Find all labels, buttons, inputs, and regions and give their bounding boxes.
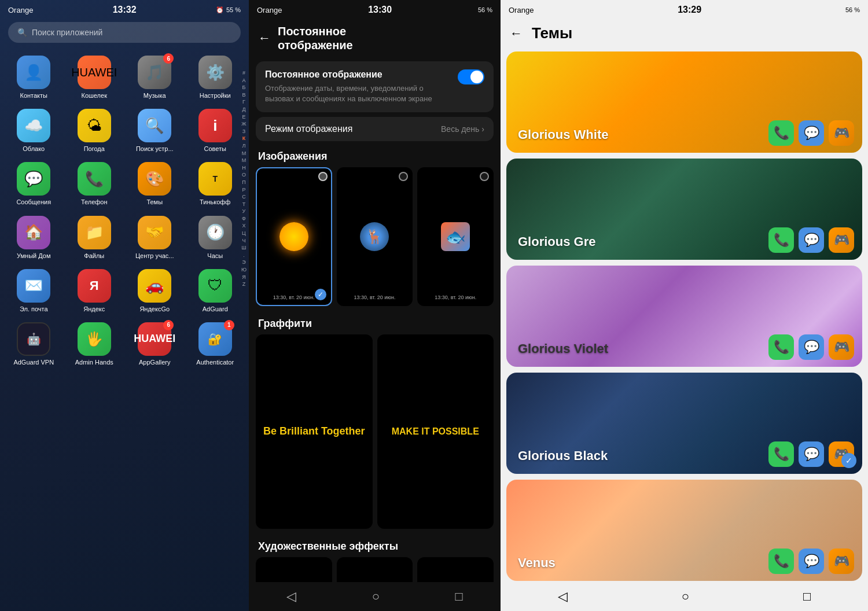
theme-card-glorious-black[interactable]: Glorious Black 📞 💬 🎮 ✓ (506, 373, 862, 474)
app-appgallery[interactable]: HUAWEI 6 AppGallery (127, 320, 183, 369)
app-icon-themes: 🎨 (138, 162, 171, 196)
alpha-hash[interactable]: # (240, 69, 248, 77)
app-search-device[interactable]: 🔍 Поиск устр... (127, 106, 183, 155)
app-tips[interactable]: i Советы (187, 106, 244, 155)
badge-music: 6 (163, 53, 174, 64)
alpha-t-cyr[interactable]: Т (240, 201, 248, 208)
alpha-e-cyr[interactable]: Е (240, 113, 248, 121)
alpha-dot[interactable]: . (240, 252, 248, 259)
image-thumb-sun[interactable]: 13:30, вт. 20 июн. ✓ (256, 167, 332, 306)
graffiti-thumb-1[interactable]: Be Brilliant Together (256, 334, 373, 529)
alpha-r-cyr[interactable]: Р (240, 186, 248, 194)
app-wallet[interactable]: HUAWEI Кошелек (67, 53, 123, 102)
alpha-yu-cyr[interactable]: Ю (240, 266, 248, 274)
image-thumb-deer[interactable]: 🦌 13:30, вт. 20 июн. (337, 167, 413, 306)
alpha-b-cyr[interactable]: Б (240, 84, 248, 91)
theme-icons-white: 📞 💬 🎮 (768, 120, 854, 146)
app-label-adguard: AdGuard (203, 306, 228, 313)
theme-msg-icon-black: 💬 (799, 441, 824, 467)
app-icon-center: 🤝 (138, 216, 171, 249)
theme-card-glorious-violet[interactable]: Glorious Violet 📞 💬 🎮 (506, 266, 862, 367)
app-adguardvpn[interactable]: 🤖 AdGuard VPN (6, 320, 62, 369)
app-messages[interactable]: 💬 Сообщения (6, 160, 62, 208)
alpha-m2-cyr[interactable]: М (240, 157, 248, 164)
theme-card-glorious-white[interactable]: Glorious White 📞 💬 🎮 (506, 51, 862, 153)
theme-card-venus[interactable]: Venus 📞 💬 🎮 (506, 480, 862, 581)
app-icon-wallet: HUAWEI (78, 56, 111, 89)
search-icon: 🔍 (17, 28, 27, 37)
alpha-ts-cyr[interactable]: Ц (240, 230, 248, 237)
app-center[interactable]: 🤝 Центр учас... (127, 214, 183, 262)
fish-graphic: 🐟 (441, 222, 470, 251)
app-adguard[interactable]: 🛡 AdGuard (187, 267, 244, 315)
status-icons-panel1: ⏰ 55 % (216, 6, 241, 14)
theme-card-glorious-green[interactable]: Glorious Gre 📞 💬 🎮 (506, 159, 862, 260)
theme-phone-icon-green: 📞 (768, 227, 794, 253)
themes-panel: Orange 13:29 56 % ← Темы Glorious White … (501, 0, 868, 611)
app-search-bar[interactable]: 🔍 Поиск приложений (8, 22, 241, 43)
app-authenticator[interactable]: 🔐 1 Authenticator (187, 320, 244, 369)
app-contacts[interactable]: 👤 Контакты (6, 53, 62, 102)
app-yandex[interactable]: Я Яндекс (67, 267, 123, 315)
app-icon-messages: 💬 (17, 162, 50, 196)
theme-game-icon-white: 🎮 (829, 120, 854, 146)
status-icons-panel3: 56 % (845, 6, 860, 13)
alpha-z-lat[interactable]: Z (240, 281, 248, 288)
alpha-m-cyr[interactable]: М (240, 150, 248, 157)
image-thumb-fish[interactable]: 🐟 13:30, вт. 20 июн. (417, 167, 494, 306)
alpha-v-cyr[interactable]: В (240, 91, 248, 99)
alpha-z-cyr[interactable]: З (240, 128, 248, 135)
nav-recent-panel3[interactable]: □ (803, 589, 811, 604)
theme-selected-check-black: ✓ (841, 453, 856, 468)
app-icon-adminhands: 🖐 (78, 322, 111, 356)
back-button-panel3[interactable]: ← (510, 26, 523, 41)
app-tinkoff[interactable]: Т Тинькофф (187, 160, 244, 208)
app-clock[interactable]: 🕐 Часы (187, 214, 244, 262)
alpha-zh-cyr[interactable]: Ж (240, 120, 248, 128)
graffiti-text-1: Be Brilliant Together (263, 425, 365, 438)
app-icon-mail: ✉️ (17, 269, 50, 303)
alpha-eh-cyr[interactable]: Э (240, 259, 248, 266)
apps-grid: 👤 Контакты HUAWEI Кошелек 🎵 6 Музыка ⚙️ … (0, 49, 249, 373)
back-button-panel2[interactable]: ← (258, 31, 271, 46)
aod-toggle[interactable] (458, 69, 484, 84)
app-mail[interactable]: ✉️ Эл. почта (6, 267, 62, 315)
theme-msg-icon-violet: 💬 (799, 334, 824, 360)
alpha-sh-cyr[interactable]: Ш (240, 244, 248, 252)
app-phone[interactable]: 📞 Телефон (67, 160, 123, 208)
app-adminhands[interactable]: 🖐 Admin Hands (67, 320, 123, 369)
theme-icons-violet: 📞 💬 🎮 (768, 334, 854, 360)
alpha-g-cyr[interactable]: Г (240, 98, 248, 106)
app-smart-home[interactable]: 🏠 Умный Дом (6, 214, 62, 262)
alpha-ya-cyr[interactable]: Я (240, 274, 248, 281)
alpha-u-cyr[interactable]: У (240, 208, 248, 215)
display-mode-row[interactable]: Режим отображения Весь день › (256, 117, 494, 141)
app-music[interactable]: 🎵 6 Музыка (127, 53, 183, 102)
app-files[interactable]: 📁 Файлы (67, 214, 123, 262)
alpha-l-cyr[interactable]: Л (240, 142, 248, 150)
app-cloud[interactable]: ☁️ Облако (6, 106, 62, 155)
aod-toggle-card: Постоянное отображение Отображение даты,… (256, 61, 494, 112)
nav-home-panel3[interactable]: ○ (682, 589, 689, 604)
alpha-k-cyr[interactable]: К (240, 135, 248, 142)
app-settings[interactable]: ⚙️ Настройки (187, 53, 244, 102)
nav-back-panel2[interactable]: ◁ (286, 589, 296, 604)
alpha-n-cyr[interactable]: Н (240, 164, 248, 172)
alpha-h-cyr[interactable]: Х (240, 222, 248, 230)
alpha-p-cyr[interactable]: П (240, 179, 248, 186)
alpha-f-cyr[interactable]: Ф (240, 215, 248, 223)
nav-recent-panel2[interactable]: □ (455, 589, 462, 604)
badge-authenticator: 1 (224, 320, 234, 330)
alpha-o-cyr[interactable]: О (240, 171, 248, 179)
alpha-s-cyr[interactable]: С (240, 193, 248, 201)
nav-back-panel3[interactable]: ◁ (558, 589, 568, 604)
app-weather[interactable]: 🌤 Погода (67, 106, 123, 155)
alpha-d-cyr[interactable]: Д (240, 106, 248, 113)
app-themes[interactable]: 🎨 Темы (127, 160, 183, 208)
nav-home-panel2[interactable]: ○ (372, 589, 380, 604)
battery-panel2: 56 % (478, 6, 492, 13)
alpha-a-cyr[interactable]: А (240, 77, 248, 84)
graffiti-thumb-2[interactable]: MAKE IT POSSIBLE (377, 334, 494, 529)
alpha-ch-cyr[interactable]: Ч (240, 237, 248, 245)
app-yandexgo[interactable]: 🚗 ЯндексGo (127, 267, 183, 315)
